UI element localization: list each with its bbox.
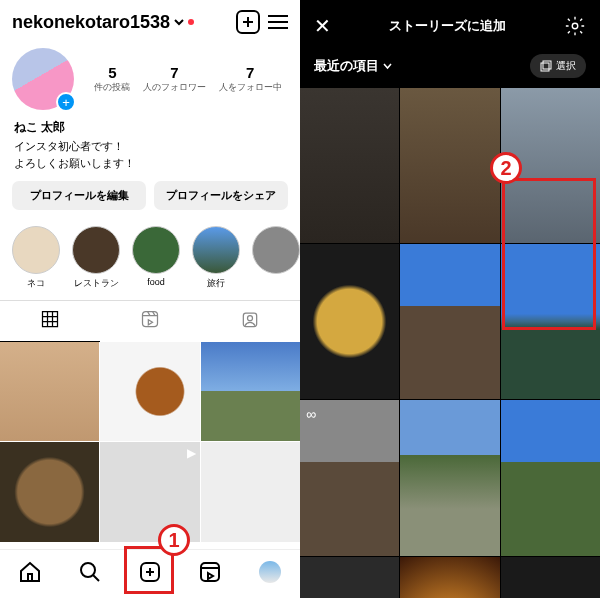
stack-icon xyxy=(540,60,552,72)
tagged-icon xyxy=(240,309,260,329)
menu-button[interactable] xyxy=(268,15,288,29)
profile-avatar-small xyxy=(259,561,281,583)
profile-avatar[interactable]: + xyxy=(12,48,74,110)
search-button[interactable] xyxy=(78,560,102,584)
followers-stat[interactable]: 7人のフォロワー xyxy=(143,64,206,94)
edit-profile-button[interactable]: プロフィールを編集 xyxy=(12,181,146,210)
media-grid: ∞ xyxy=(300,88,600,598)
profile-info-row: + 5件の投稿 7人のフォロワー 7人をフォロー中 xyxy=(0,40,300,118)
chevron-down-icon xyxy=(382,61,393,72)
display-name: ねこ 太郎 xyxy=(14,118,286,136)
reel-badge-icon: ▶ xyxy=(187,446,196,460)
post-thumbnail[interactable] xyxy=(201,442,300,541)
home-button[interactable] xyxy=(18,560,42,584)
add-story-badge[interactable]: + xyxy=(56,92,76,112)
tagged-tab[interactable] xyxy=(200,301,300,342)
recent-dropdown[interactable]: 最近の項目 xyxy=(314,57,393,75)
stats-row: 5件の投稿 7人のフォロワー 7人をフォロー中 xyxy=(88,64,288,94)
annotation-marker-1: 1 xyxy=(158,524,190,556)
story-add-screen: ✕ ストーリーズに追加 最近の項目 選択 ∞ 2 xyxy=(300,0,600,598)
story-header: ✕ ストーリーズに追加 xyxy=(300,0,600,48)
search-icon xyxy=(78,560,102,584)
username-text: nekonekotaro1538 xyxy=(12,12,170,33)
media-thumbnail[interactable] xyxy=(300,88,399,243)
media-thumbnail[interactable] xyxy=(300,244,399,399)
bio-line: インスタ初心者です！ xyxy=(14,138,286,155)
grid-tab[interactable] xyxy=(0,301,100,342)
following-stat[interactable]: 7人をフォロー中 xyxy=(219,64,282,94)
live-photo-icon: ∞ xyxy=(306,406,316,422)
highlight-item[interactable]: 旅行 xyxy=(192,226,240,290)
reels-icon xyxy=(198,560,222,584)
posts-grid: ▶ xyxy=(0,342,300,542)
media-thumbnail[interactable] xyxy=(400,244,499,399)
annotation-box-2 xyxy=(502,178,596,330)
story-title: ストーリーズに追加 xyxy=(341,17,554,35)
media-thumbnail[interactable] xyxy=(501,557,600,598)
profile-screen: nekonekotaro1538 + 5件の投稿 7人のフォロワー 7人をフォロ… xyxy=(0,0,300,598)
media-thumbnail[interactable]: ∞ xyxy=(300,400,399,555)
annotation-marker-2: 2 xyxy=(490,152,522,184)
close-button[interactable]: ✕ xyxy=(314,14,331,38)
bio-section: ねこ 太郎 インスタ初心者です！ よろしくお願いします！ xyxy=(0,118,300,171)
media-thumbnail[interactable] xyxy=(300,557,399,598)
post-thumbnail[interactable] xyxy=(0,442,99,541)
post-thumbnail[interactable] xyxy=(201,342,300,441)
username-dropdown[interactable]: nekonekotaro1538 xyxy=(12,12,194,33)
story-subheader: 最近の項目 選択 xyxy=(300,48,600,88)
profile-nav-button[interactable] xyxy=(258,560,282,584)
media-thumbnail[interactable] xyxy=(400,557,499,598)
select-multiple-button[interactable]: 選択 xyxy=(530,54,586,78)
home-icon xyxy=(18,560,42,584)
share-profile-button[interactable]: プロフィールをシェア xyxy=(154,181,288,210)
action-buttons: プロフィールを編集 プロフィールをシェア xyxy=(0,171,300,220)
create-button[interactable] xyxy=(236,10,260,34)
highlight-item[interactable]: ネコ xyxy=(12,226,60,290)
media-thumbnail[interactable] xyxy=(400,88,499,243)
svg-rect-8 xyxy=(543,61,551,69)
profile-tabs xyxy=(0,300,300,342)
bio-line: よろしくお願いします！ xyxy=(14,155,286,172)
highlights-row[interactable]: ネコ レストラン food 旅行 xyxy=(0,220,300,300)
reels-tab[interactable] xyxy=(100,301,200,342)
svg-point-3 xyxy=(81,563,95,577)
svg-rect-7 xyxy=(541,63,549,71)
plus-icon xyxy=(241,15,255,29)
chevron-down-icon xyxy=(173,16,185,28)
profile-header: nekonekotaro1538 xyxy=(0,0,300,40)
reels-nav-button[interactable] xyxy=(198,560,222,584)
highlight-item[interactable]: food xyxy=(132,226,180,290)
grid-icon xyxy=(40,309,60,329)
post-thumbnail[interactable] xyxy=(100,342,199,441)
post-thumbnail[interactable] xyxy=(0,342,99,441)
settings-button[interactable] xyxy=(564,15,586,37)
post-thumbnail[interactable]: ▶ xyxy=(100,442,199,541)
svg-point-2 xyxy=(248,316,253,321)
svg-point-6 xyxy=(572,23,578,29)
posts-stat[interactable]: 5件の投稿 xyxy=(94,64,130,94)
notification-dot-icon xyxy=(188,19,194,25)
reels-icon xyxy=(140,309,160,329)
highlight-item[interactable]: レストラン xyxy=(72,226,120,290)
media-thumbnail[interactable] xyxy=(501,400,600,555)
highlight-item[interactable] xyxy=(252,226,300,290)
media-thumbnail[interactable] xyxy=(400,400,499,555)
